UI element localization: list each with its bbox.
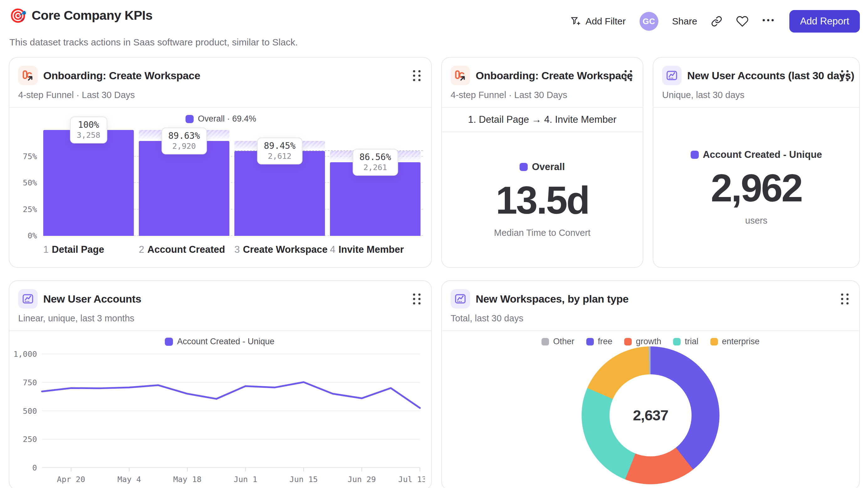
- drag-handle-icon[interactable]: [839, 66, 850, 86]
- funnel-step-label: 1Detail Page: [43, 244, 104, 255]
- legend-item-free[interactable]: free: [586, 337, 613, 347]
- legend-swatch: [520, 163, 528, 171]
- funnel-step-label: 2Account Created: [139, 244, 225, 255]
- funnel-tooltip: 100%3,258: [70, 117, 107, 143]
- donut-center: 2,637: [610, 374, 691, 456]
- page-subtitle: This dataset tracks actions in Saas soft…: [9, 37, 860, 47]
- overall-legend[interactable]: Overall: [520, 161, 565, 172]
- drag-handle-icon[interactable]: [623, 66, 634, 86]
- more-options-button[interactable]: •••: [763, 15, 776, 28]
- new-users-30d-card: New User Accounts (last 30 days) Unique,…: [653, 57, 860, 268]
- legend-swatch: [586, 338, 594, 346]
- svg-text:Apr 20: Apr 20: [57, 475, 85, 484]
- copy-link-button[interactable]: [711, 16, 722, 27]
- legend-item-growth[interactable]: growth: [624, 337, 661, 347]
- legend-label: Overall · 69.4%: [198, 114, 256, 124]
- legend-label: enterprise: [722, 337, 760, 347]
- funnel-tooltip: 89.45%2,612: [257, 137, 302, 164]
- legend-swatch: [673, 338, 681, 346]
- card-title: New User Accounts (last 30 days): [687, 69, 854, 82]
- share-button[interactable]: Share: [672, 16, 697, 27]
- line-chart[interactable]: 02505007501,000Apr 20May 4May 18Jun 1Jun…: [14, 350, 425, 486]
- link-icon: [711, 16, 722, 27]
- card-subtitle: 4-step Funnel · Last 30 Days: [442, 86, 643, 107]
- legend-item-other[interactable]: Other: [541, 337, 575, 347]
- workspaces-donut-card: New Workspaces, by plan type Total, last…: [441, 280, 860, 488]
- add-filter-button[interactable]: Add Filter: [570, 16, 625, 27]
- avatar[interactable]: GC: [640, 12, 658, 31]
- donut-chart[interactable]: 2,637: [582, 347, 719, 484]
- legend-swatch: [165, 338, 173, 346]
- metric-report-icon: [451, 289, 470, 308]
- svg-text:0: 0: [32, 463, 37, 472]
- legend-swatch: [186, 115, 194, 123]
- svg-text:Jun 15: Jun 15: [289, 475, 318, 484]
- drag-handle-icon[interactable]: [411, 66, 423, 86]
- dashboard-emoji-icon: 🎯: [9, 9, 27, 23]
- svg-text:May 4: May 4: [118, 475, 141, 484]
- card-subtitle: Linear, unique, last 3 months: [9, 309, 431, 330]
- legend-label: trial: [685, 337, 699, 347]
- median-time-caption: Median Time to Convert: [494, 228, 591, 238]
- legend-label: Other: [553, 337, 575, 347]
- card-title: Onboarding: Create Workspace: [43, 69, 200, 82]
- funnel-range: 1. Detail Page → 4. Invite Member: [442, 108, 643, 132]
- metric-report-icon: [18, 289, 38, 308]
- svg-text:500: 500: [23, 406, 37, 416]
- legend-item-trial[interactable]: trial: [673, 337, 699, 347]
- page-title: Core Company KPIs: [32, 8, 153, 23]
- funnel-report-icon: [451, 66, 470, 85]
- metric-report-icon: [662, 66, 682, 85]
- metric-legend[interactable]: Account Created - Unique: [691, 149, 822, 160]
- funnel-step-labels: 1Detail Page 2Account Created 3Create Wo…: [19, 244, 423, 260]
- svg-text:1,000: 1,000: [14, 350, 37, 359]
- legend-label: Account Created - Unique: [177, 337, 275, 347]
- svg-text:Jun 1: Jun 1: [234, 475, 257, 484]
- funnel-plot[interactable]: 0%25%50%75%100%3,25889.63%2,92089.45%2,6…: [19, 130, 423, 236]
- svg-text:250: 250: [23, 435, 37, 444]
- legend-swatch: [624, 338, 632, 346]
- card-subtitle: 4-step Funnel · Last 30 Days: [9, 86, 431, 107]
- drag-handle-icon[interactable]: [411, 289, 423, 309]
- card-title: Onboarding: Create Workspace: [476, 69, 633, 82]
- funnel-time-card: Onboarding: Create Workspace 4-step Funn…: [441, 57, 643, 268]
- funnel-tooltip: 86.56%2,261: [352, 149, 398, 176]
- card-subtitle: Unique, last 30 days: [653, 86, 859, 107]
- legend-item-enterprise[interactable]: enterprise: [710, 337, 760, 347]
- drag-handle-icon[interactable]: [839, 289, 850, 309]
- legend-swatch: [541, 338, 549, 346]
- new-users-caption: users: [745, 216, 767, 226]
- svg-text:750: 750: [23, 378, 37, 387]
- donut-legend: Other free growth trial enterprise: [450, 337, 852, 347]
- legend-label: Overall: [532, 161, 565, 172]
- card-title: New Workspaces, by plan type: [476, 293, 629, 305]
- legend-swatch: [710, 338, 718, 346]
- card-title: New User Accounts: [43, 293, 141, 305]
- heart-icon: [736, 15, 749, 28]
- svg-text:May 18: May 18: [173, 475, 202, 484]
- toolbar: Add Filter GC Share ••• Add Report: [570, 8, 860, 33]
- donut-total: 2,637: [633, 406, 669, 424]
- funnel-tooltip: 89.63%2,920: [161, 128, 207, 155]
- new-users-line-card: New User Accounts Linear, unique, last 3…: [9, 280, 432, 488]
- funnel-chart-card: Onboarding: Create Workspace 4-step Funn…: [9, 57, 432, 268]
- legend-label: Account Created - Unique: [703, 149, 822, 160]
- median-time-value: 13.5d: [496, 181, 589, 220]
- legend-label: free: [598, 337, 613, 347]
- svg-text:Jun 29: Jun 29: [347, 475, 376, 484]
- new-users-value: 2,962: [711, 168, 802, 207]
- line-legend[interactable]: Account Created - Unique: [14, 337, 425, 347]
- funnel-step-label: 4Invite Member: [330, 244, 404, 255]
- dashboard-grid: Onboarding: Create Workspace 4-step Funn…: [9, 57, 860, 488]
- add-filter-label: Add Filter: [585, 16, 625, 27]
- card-subtitle: Total, last 30 days: [442, 309, 859, 330]
- dashboard-header: 🎯 Core Company KPIs Add Filter GC Share: [0, 0, 868, 47]
- filter-plus-icon: [570, 16, 581, 27]
- legend-label: growth: [636, 337, 661, 347]
- svg-text:Jul 13: Jul 13: [398, 475, 425, 484]
- add-report-button[interactable]: Add Report: [789, 10, 860, 33]
- funnel-report-icon: [18, 66, 38, 85]
- funnel-step-label: 3Create Workspace: [235, 244, 328, 255]
- favorite-button[interactable]: [736, 15, 749, 28]
- legend-swatch: [691, 151, 699, 159]
